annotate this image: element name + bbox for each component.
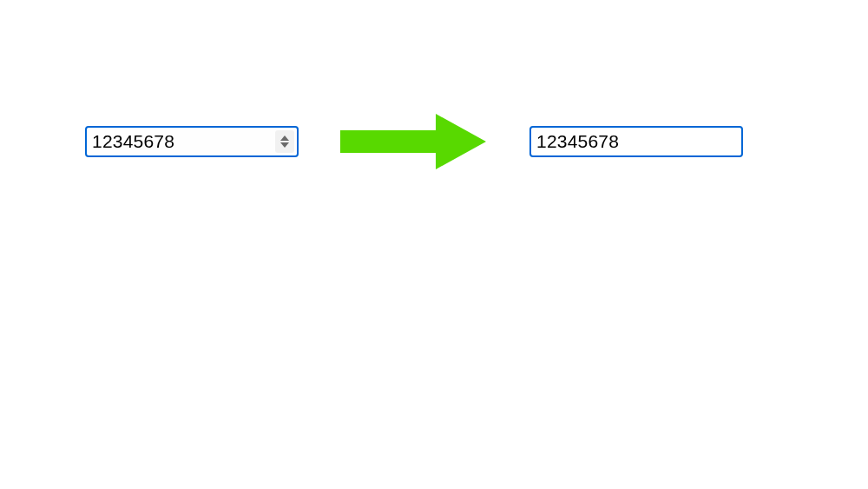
- number-input-plain[interactable]: 12345678: [529, 126, 743, 157]
- diagram-container: 12345678 12345678: [85, 111, 743, 172]
- chevron-up-icon[interactable]: [280, 135, 289, 141]
- arrow-right-icon: [340, 111, 486, 172]
- chevron-down-icon[interactable]: [280, 142, 289, 148]
- number-input-with-spinner[interactable]: 12345678: [85, 126, 299, 157]
- svg-marker-0: [340, 114, 486, 169]
- input-value-right: 12345678: [536, 131, 619, 152]
- input-value-left: 12345678: [92, 131, 174, 152]
- number-spinner[interactable]: [275, 130, 294, 153]
